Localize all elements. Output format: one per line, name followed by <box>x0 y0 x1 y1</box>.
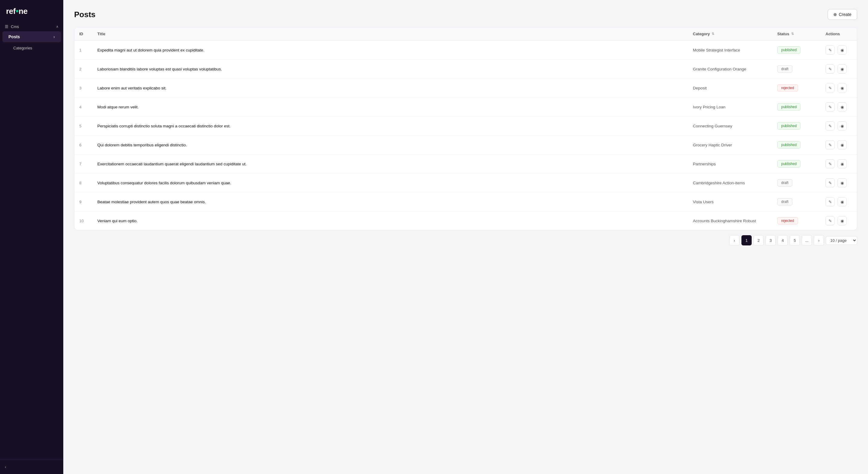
cell-category: Accounts Buckinghamshire Robust <box>688 211 772 230</box>
edit-button[interactable]: ✎ <box>826 102 835 111</box>
categories-label: Categories <box>13 46 32 50</box>
edit-button[interactable]: ✎ <box>826 216 835 225</box>
edit-button[interactable]: ✎ <box>826 197 835 206</box>
posts-table: ID Title Category ⇅ Status <box>74 27 857 230</box>
cell-id: 2 <box>74 60 93 78</box>
cell-category: Mobile Strategist Interface <box>688 41 772 60</box>
category-filter-icon[interactable]: ⇅ <box>712 32 714 36</box>
cell-actions: ✎ ◉ <box>821 211 857 230</box>
cell-actions: ✎ ◉ <box>821 193 857 211</box>
view-button[interactable]: ◉ <box>838 178 846 187</box>
pagination-next[interactable]: › <box>814 235 824 245</box>
edit-button[interactable]: ✎ <box>826 159 835 168</box>
cell-title: Perspiciatis corrupti distinctio soluta … <box>93 116 688 136</box>
cell-status: rejected <box>772 211 821 230</box>
cell-id: 6 <box>74 136 93 155</box>
pagination-prev[interactable]: ‹ <box>730 235 740 245</box>
cell-actions: ✎ ◉ <box>821 116 857 136</box>
table-row: 4 Modi atque rerum velit. Ivory Pricing … <box>74 98 857 116</box>
view-button[interactable]: ◉ <box>838 121 846 130</box>
view-button[interactable]: ◉ <box>838 64 846 73</box>
create-button[interactable]: ⊕ Create <box>828 9 857 20</box>
hamburger-icon: ☰ <box>5 24 8 29</box>
status-badge: published <box>777 141 801 148</box>
edit-button[interactable]: ✎ <box>826 45 835 55</box>
status-badge: rejected <box>777 84 798 92</box>
main-content: Posts ⊕ Create ID Title Category <box>63 0 868 474</box>
view-button[interactable]: ◉ <box>838 159 846 168</box>
sidebar-item-categories[interactable]: Categories <box>2 43 61 53</box>
cell-status: published <box>772 98 821 116</box>
status-badge: published <box>777 103 801 110</box>
edit-button[interactable]: ✎ <box>826 178 835 187</box>
cell-status: draft <box>772 173 821 193</box>
table-row: 10 Veniam qui eum optio. Accounts Buckin… <box>74 211 857 230</box>
collapse-arrow-icon: ‹ <box>5 465 6 469</box>
collapse-button[interactable]: ‹ <box>5 465 59 469</box>
cell-title: Modi atque rerum velit. <box>93 98 688 116</box>
cell-title: Laboriosam blanditiis labore voluptas es… <box>93 60 688 78</box>
table-row: 2 Laboriosam blanditiis labore voluptas … <box>74 60 857 78</box>
cms-label: Cms <box>11 24 19 29</box>
cell-category: Cambridgeshire Action-items <box>688 173 772 193</box>
cell-actions: ✎ ◉ <box>821 78 857 98</box>
pagination-page-1[interactable]: 1 <box>741 235 752 245</box>
cell-title: Voluptatibus consequatur dolores facilis… <box>93 173 688 193</box>
cell-id: 8 <box>74 173 93 193</box>
cell-id: 9 <box>74 193 93 211</box>
sidebar-cms-section[interactable]: ☰ Cms ∧ <box>0 22 63 31</box>
cell-actions: ✎ ◉ <box>821 98 857 116</box>
col-header-category[interactable]: Category ⇅ <box>688 27 772 41</box>
col-header-status[interactable]: Status ⇅ <box>772 27 821 41</box>
pagination-ellipsis[interactable]: ... <box>802 235 812 245</box>
col-header-title: Title <box>93 27 688 41</box>
cell-id: 3 <box>74 78 93 98</box>
table-row: 7 Exercitationem occaecati laudantium qu… <box>74 155 857 173</box>
cell-status: published <box>772 155 821 173</box>
pagination-page-5[interactable]: 5 <box>789 235 800 245</box>
cell-status: rejected <box>772 78 821 98</box>
cell-title: Beatae molestiae provident autem quos qu… <box>93 193 688 211</box>
cell-actions: ✎ ◉ <box>821 41 857 60</box>
plus-icon: ⊕ <box>833 12 837 17</box>
status-badge: draft <box>777 198 792 205</box>
create-label: Create <box>839 12 851 17</box>
cell-id: 4 <box>74 98 93 116</box>
page-title: Posts <box>74 10 96 19</box>
pagination-page-2[interactable]: 2 <box>753 235 764 245</box>
status-badge: published <box>777 46 801 54</box>
col-header-actions: Actions <box>821 27 857 41</box>
per-page-select[interactable]: 10 / page 20 / page 50 / page 100 / page <box>826 236 857 245</box>
edit-button[interactable]: ✎ <box>826 83 835 93</box>
view-button[interactable]: ◉ <box>838 83 846 93</box>
view-button[interactable]: ◉ <box>838 45 846 55</box>
cell-status: published <box>772 41 821 60</box>
view-button[interactable]: ◉ <box>838 102 846 111</box>
view-button[interactable]: ◉ <box>838 216 846 225</box>
status-badge: rejected <box>777 217 798 224</box>
posts-table-container: ID Title Category ⇅ Status <box>74 27 857 230</box>
status-filter-icon[interactable]: ⇅ <box>791 32 794 36</box>
cell-status: published <box>772 136 821 155</box>
pagination-page-4[interactable]: 4 <box>778 235 788 245</box>
table-row: 8 Voluptatibus consequatur dolores facil… <box>74 173 857 193</box>
view-button[interactable]: ◉ <box>838 197 846 206</box>
pagination-page-3[interactable]: 3 <box>766 235 776 245</box>
table-row: 6 Qui dolorem debitis temporibus eligend… <box>74 136 857 155</box>
edit-button[interactable]: ✎ <box>826 64 835 73</box>
cell-id: 1 <box>74 41 93 60</box>
cell-category: Partnerships <box>688 155 772 173</box>
table-row: 9 Beatae molestiae provident autem quos … <box>74 193 857 211</box>
cell-actions: ✎ ◉ <box>821 136 857 155</box>
cell-actions: ✎ ◉ <box>821 173 857 193</box>
table-row: 5 Perspiciatis corrupti distinctio solut… <box>74 116 857 136</box>
cell-category: Vista Users <box>688 193 772 211</box>
posts-label: Posts <box>8 34 20 39</box>
cell-title: Expedita magni aut ut dolorem quia provi… <box>93 41 688 60</box>
view-button[interactable]: ◉ <box>838 140 846 149</box>
sidebar-item-posts[interactable]: Posts › <box>2 31 61 42</box>
edit-button[interactable]: ✎ <box>826 121 835 130</box>
table-row: 3 Labore enim aut veritatis explicabo si… <box>74 78 857 98</box>
chevron-right-icon: › <box>53 34 55 39</box>
edit-button[interactable]: ✎ <box>826 140 835 149</box>
